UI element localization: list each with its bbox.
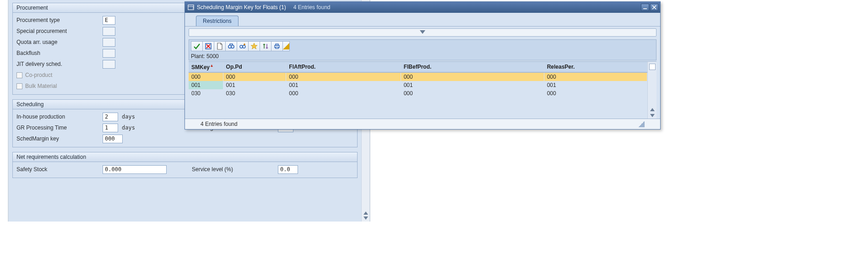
cell-oppd: 001 [223,81,286,89]
svg-rect-17 [276,47,278,49]
svg-marker-18 [283,43,289,49]
binoculars-plus-icon [239,43,246,50]
table-row[interactable]: 030030000000000 [189,89,647,97]
cell-flaftprod: 000 [286,72,401,81]
svg-point-10 [240,45,243,48]
label-special-procurement: Special procurement [16,28,99,34]
label-quota-arr-usage: Quota arr. usage [16,39,99,45]
input-sched-margin-key[interactable] [103,135,123,143]
checkbox-co-product[interactable]: Co-product [16,72,52,78]
tab-restrictions[interactable]: Restrictions [196,16,239,26]
cell-oppd: 000 [223,72,286,81]
input-procurement-type[interactable] [103,16,115,25]
scroll-up-icon[interactable] [363,211,368,215]
star-icon [250,43,258,50]
sort-icon [262,43,269,50]
sort-asc-icon: ▲ [210,63,214,68]
input-service-level[interactable] [278,165,298,174]
label-procurement-type: Procurement type [16,17,99,23]
checkbox-bulk-material[interactable]: Bulk Material [16,83,57,89]
table-row[interactable]: 000000000000000 [189,72,647,81]
cell-releasper: 001 [544,81,647,89]
unit-gr-processing-time: days [122,124,135,131]
checkbox-box-icon [16,83,22,89]
checkbox-box-icon [16,72,22,78]
cell-smkey: 030 [189,89,223,97]
dialog-status-text: 4 Entries found [201,121,238,127]
input-quota-arr-usage[interactable] [103,38,115,47]
print-button[interactable] [271,41,283,51]
grid-scrollbar[interactable] [647,62,656,119]
label-safety-stock: Safety Stock [16,166,99,173]
corner-icon [283,43,289,50]
col-smkey[interactable]: SMKey▲ [189,62,223,72]
result-grid[interactable]: SMKey▲ Op.Pd FlAftProd. FlBefProd. Relea… [189,62,647,119]
table-row[interactable]: 001001001001001 [189,81,647,89]
dialog-tabstrip: Restrictions [185,13,660,27]
dialog-titlebar[interactable]: Scheduling Margin Key for Floats (1) 4 E… [185,2,660,13]
dialog-toolbar: Plant: 5000 [189,39,656,60]
label-jit-delivery-sched: JIT delivery sched. [16,61,99,67]
unit-in-house-production: days [122,114,135,120]
cell-smkey: 001 [189,81,223,89]
binoculars-icon [228,43,235,50]
svg-point-11 [243,45,245,48]
find-next-button[interactable] [237,41,249,51]
svg-marker-14 [251,43,257,49]
minimize-icon [643,5,647,10]
label-sched-margin-key: SchedMargin key [16,135,99,142]
grid-scroll-up-icon[interactable] [650,108,655,111]
input-jit-delivery-sched[interactable] [103,60,115,69]
input-gr-processing-time[interactable] [103,124,118,132]
printer-icon [273,43,281,50]
dialog-statusbar: 4 Entries found [185,119,660,129]
resize-handle[interactable] [638,121,645,127]
accept-button[interactable] [191,41,203,51]
toolbar-more-button[interactable] [282,41,290,51]
cell-flbefprod: 000 [401,89,544,97]
dialog-title: Scheduling Margin Key for Floats (1) [197,4,286,11]
group-net-req: Net requirements calculation Safety Stoc… [12,152,358,178]
x-box-icon [205,43,212,50]
col-oppd[interactable]: Op.Pd [223,62,286,72]
input-backflush[interactable] [103,49,115,58]
cell-flbefprod: 001 [401,81,544,89]
plant-label: Plant: [191,53,205,60]
col-flaftprod[interactable]: FlAftProd. [286,62,401,72]
select-all-checkbox[interactable] [649,64,656,70]
dialog-subtitle: 4 Entries found [293,4,331,11]
restrictions-expand-bar[interactable] [189,28,656,37]
cell-flbefprod: 000 [401,72,544,81]
new-entry-button[interactable] [214,41,226,51]
cell-flaftprod: 000 [286,89,401,97]
col-releasper[interactable]: ReleasPer. [544,62,647,72]
grid-header-row[interactable]: SMKey▲ Op.Pd FlAftProd. FlBefProd. Relea… [189,62,647,72]
close-icon [652,5,656,10]
valuehelp-icon [188,4,194,11]
label-service-level: Service level (%) [192,166,274,173]
check-icon [193,43,201,50]
input-special-procurement[interactable] [103,27,115,36]
cancel-button[interactable] [202,41,214,51]
minimize-button[interactable] [641,4,649,11]
col-flbefprod[interactable]: FlBefProd. [401,62,544,72]
personal-value-list-button[interactable] [248,41,260,51]
label-backflush: Backflush [16,50,99,56]
find-button[interactable] [225,41,237,51]
sort-button[interactable] [260,41,271,51]
cell-flaftprod: 001 [286,81,401,89]
grid-scroll-down-icon[interactable] [650,114,655,117]
label-in-house-production: In-house production [16,114,99,120]
scroll-down-icon[interactable] [363,216,368,220]
plant-value: 5000 [206,53,219,60]
close-button[interactable] [650,4,658,11]
svg-rect-0 [188,5,194,10]
input-safety-stock[interactable] [103,165,167,174]
cell-releasper: 000 [544,89,647,97]
chevron-down-icon [420,30,425,34]
valuehelp-dialog: Scheduling Margin Key for Floats (1) 4 E… [184,1,661,130]
label-gr-processing-time: GR Processing Time [16,124,99,131]
input-in-house-production[interactable] [103,113,118,121]
cell-releasper: 000 [544,72,647,81]
page-icon [216,43,223,50]
